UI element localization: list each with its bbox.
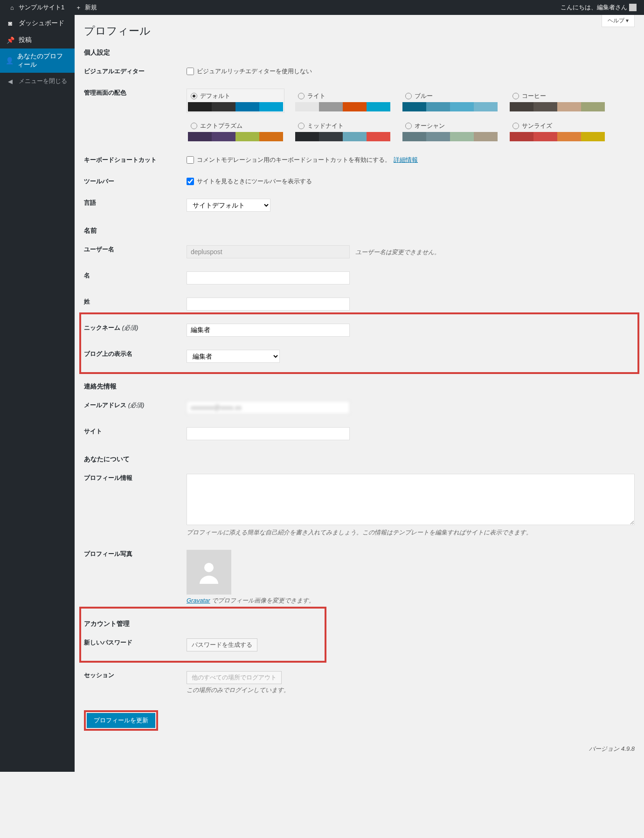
keyboard-more-link[interactable]: 詳細情報 [394,156,418,164]
label-nickname: ニックネーム (必須) [84,324,187,332]
version-footer: バージョン 4.9.8 [84,731,635,753]
scheme-label: ミッドナイト [307,122,344,130]
color-swatch [295,132,390,141]
visual-editor-check-label: ビジュアルリッチエディターを使用しない [197,67,312,76]
scheme-label: エクトプラズム [200,122,242,130]
color-swatch [188,132,283,141]
sessions-desc: この場所のみでログインしています。 [187,686,635,694]
scheme-label: サンライズ [522,122,552,130]
pin-icon: 📌 [6,35,15,45]
bio-textarea[interactable] [187,474,635,525]
photo-desc: でプロフィール画像を変更できます。 [210,597,315,604]
radio-icon [191,123,197,129]
radio-icon [298,93,305,99]
language-select[interactable]: サイトデフォルト [187,199,270,212]
visual-editor-checkbox[interactable] [187,68,194,75]
highlight-account: アカウント管理 新しいパスワード パスワードを生成する [79,607,326,663]
first-name-input[interactable] [187,271,350,284]
highlight-submit: プロフィールを更新 [84,710,158,731]
label-color-scheme: 管理画面の配色 [84,89,187,97]
website-input[interactable] [187,427,350,440]
label-last-name: 姓 [84,298,187,306]
section-account: アカウント管理 [84,620,322,628]
home-icon: ⌂ [7,3,17,12]
radio-icon [191,93,197,99]
username-desc: ユーザー名は変更できません。 [355,249,440,256]
label-first-name: 名 [84,271,187,280]
scheme-label: オーシャン [415,122,445,130]
radio-icon [298,123,305,129]
keyboard-checkbox[interactable] [187,156,194,164]
keyboard-check-label: コメントモデレーション用のキーボードショートカットを有効にする。 [197,156,391,164]
scheme-label: デフォルト [200,92,230,100]
color-scheme-option[interactable]: ミッドナイト [294,118,392,143]
admin-sidebar: ◙ダッシュボード 📌投稿 👤あなたのプロフィール ◀メニューを閉じる [0,15,75,772]
color-scheme-option[interactable]: オーシャン [401,118,499,143]
update-profile-button[interactable]: プロフィールを更新 [87,713,155,728]
color-scheme-option[interactable]: デフォルト [187,89,284,113]
color-swatch [510,102,605,111]
color-swatch [402,132,498,141]
label-email: メールアドレス (必須) [84,401,187,409]
user-icon: 👤 [6,56,14,65]
scheme-label: ライト [307,92,325,100]
menu-collapse[interactable]: ◀メニューを閉じる [0,73,75,90]
highlight-nickname-display: ニックネーム (必須) ブログ上の表示名 編集者 [79,312,639,374]
username-input [187,245,350,258]
label-display-name: ブログ上の表示名 [84,350,187,358]
color-swatch [188,102,283,111]
menu-profile[interactable]: 👤あなたのプロフィール [0,48,75,73]
label-bio: プロフィール情報 [84,474,187,482]
last-name-input[interactable] [187,298,350,311]
bio-desc: プロフィールに添える簡単な自己紹介を書き入れてみましょう。この情報はテンプレート… [187,528,635,537]
label-language: 言語 [84,199,187,207]
radio-icon [512,93,519,99]
label-toolbar: ツールバー [84,177,187,186]
label-username: ユーザー名 [84,245,187,254]
radio-icon [405,123,412,129]
color-scheme-option[interactable]: ライト [294,89,392,113]
label-website: サイト [84,427,187,436]
new-link[interactable]: +新規 [70,3,101,12]
main-content: ヘルプ ▾ プロフィール 個人設定 ビジュアルエディター ビジュアルリッチエディ… [75,15,644,772]
gravatar-link[interactable]: Gravatar [187,597,210,604]
label-password: 新しいパスワード [84,638,187,647]
radio-icon [512,123,519,129]
color-scheme-option[interactable]: エクトプラズム [187,118,284,143]
section-about: あなたについて [84,455,635,464]
collapse-icon: ◀ [6,76,15,86]
display-name-select[interactable]: 編集者 [187,350,280,363]
color-swatch [510,132,605,141]
scheme-label: ブルー [415,92,433,100]
label-sessions: セッション [84,671,187,679]
avatar-icon [629,4,637,11]
color-schemes: デフォルトライトブルーコーヒーエクトプラズムミッドナイトオーシャンサンライズ [187,89,635,143]
label-visual-editor: ビジュアルエディター [84,67,187,76]
toolbar-checkbox[interactable] [187,178,194,185]
label-keyboard: キーボードショートカット [84,156,187,164]
greeting[interactable]: こんにちは、編集者さん [557,3,640,12]
toolbar-check-label: サイトを見るときにツールバーを表示する [197,177,312,186]
svg-point-0 [204,563,214,572]
logout-everywhere-button: 他のすべての場所でログアウト [187,671,282,684]
color-scheme-option[interactable]: ブルー [401,89,499,113]
generate-password-button[interactable]: パスワードを生成する [187,638,257,651]
menu-posts[interactable]: 📌投稿 [0,32,75,48]
label-photo: プロフィール写真 [84,550,187,558]
email-input[interactable] [187,401,350,414]
site-link[interactable]: ⌂サンプルサイト1 [4,3,68,12]
admin-bar: ⌂サンプルサイト1 +新規 こんにちは、編集者さん [0,0,644,15]
nickname-input[interactable] [187,324,350,337]
section-personal: 個人設定 [84,48,635,57]
dashboard-icon: ◙ [6,19,15,28]
help-tab[interactable]: ヘルプ ▾ [602,15,635,27]
color-swatch [402,102,498,111]
color-scheme-option[interactable]: コーヒー [508,89,606,113]
color-scheme-option[interactable]: サンライズ [508,118,606,143]
profile-avatar [187,550,231,595]
section-name: 名前 [84,227,635,235]
radio-icon [405,93,412,99]
menu-dashboard[interactable]: ◙ダッシュボード [0,15,75,32]
page-title: プロフィール [84,20,635,40]
color-swatch [295,102,390,111]
